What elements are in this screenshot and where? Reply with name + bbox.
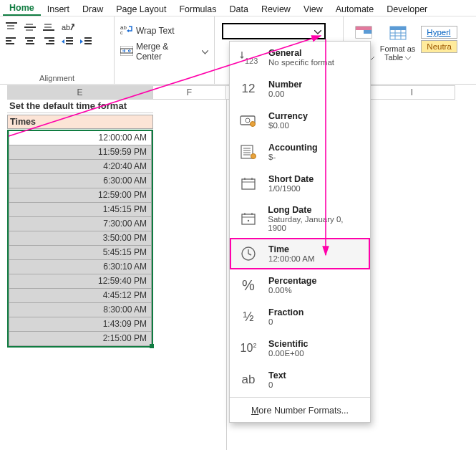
wrap-text-button[interactable]: abc Wrap Text xyxy=(120,21,208,37)
dd-label: Currency xyxy=(268,111,308,121)
dd-percentage[interactable]: % Percentage0.00% xyxy=(230,269,370,301)
dd-long-date[interactable]: Long DateSaturday, January 0, 1900 xyxy=(230,199,370,238)
fill-handle[interactable] xyxy=(150,344,154,348)
number-icon: 12 xyxy=(238,79,258,99)
col-header-i[interactable]: I xyxy=(369,85,455,100)
svg-rect-12 xyxy=(6,43,14,44)
svg-text:c: c xyxy=(120,30,123,35)
scientific-icon: 102 xyxy=(238,338,258,358)
chevron-down-icon xyxy=(202,47,208,57)
decrease-indent-icon[interactable] xyxy=(62,37,73,49)
svg-rect-17 xyxy=(49,40,54,42)
data-cell[interactable]: 5:45:15 PM xyxy=(9,246,152,260)
svg-point-58 xyxy=(247,220,248,221)
number-format-combo[interactable] xyxy=(222,23,326,39)
format-as-table-button[interactable]: Format as Table xyxy=(380,24,416,62)
dd-label: Short Date xyxy=(268,174,314,184)
dd-currency[interactable]: Currency$0.00 xyxy=(230,105,370,136)
data-cell[interactable]: 11:59:59 PM xyxy=(9,145,152,160)
data-cell[interactable]: 12:00:00 AM xyxy=(9,131,152,145)
data-selection[interactable]: 12:00:00 AM 11:59:59 PM 4:20:40 AM 6:30:… xyxy=(7,130,153,348)
align-left-icon[interactable] xyxy=(6,37,17,49)
tab-data[interactable]: Data xyxy=(223,3,254,16)
svg-rect-30 xyxy=(356,27,371,30)
dd-time[interactable]: Time12:00:00 AM xyxy=(230,238,370,269)
dd-sub: 0 xyxy=(268,380,286,389)
cell-style-hyperlink[interactable]: Hyperl xyxy=(421,26,457,39)
dd-label: Accounting xyxy=(268,143,318,153)
svg-text:123: 123 xyxy=(245,57,258,65)
wrap-text-label: Wrap Text xyxy=(136,26,175,36)
svg-rect-24 xyxy=(84,43,92,44)
dd-fraction[interactable]: ½ Fraction0 xyxy=(230,301,370,332)
data-cell[interactable]: 7:30:00 AM xyxy=(9,217,152,231)
svg-point-42 xyxy=(246,118,250,123)
svg-rect-5 xyxy=(26,29,33,31)
data-cell[interactable]: 3:50:00 PM xyxy=(9,231,152,246)
tab-automate[interactable]: Automate xyxy=(329,3,381,16)
dd-label: Long Date xyxy=(268,205,361,215)
dd-sub: 1/0/1900 xyxy=(268,184,314,193)
dd-label: Number xyxy=(268,80,302,90)
svg-rect-50 xyxy=(242,179,255,189)
data-cell[interactable]: 12:59:00 PM xyxy=(9,188,152,203)
align-bottom-icon[interactable] xyxy=(43,22,54,32)
dd-more-formats[interactable]: More Number Formats... xyxy=(230,399,370,422)
data-cell[interactable]: 4:45:12 PM xyxy=(9,289,152,303)
svg-rect-4 xyxy=(24,27,36,28)
orientation-icon[interactable]: ab xyxy=(62,22,76,32)
col-header-e[interactable]: E xyxy=(7,85,153,100)
data-cell[interactable]: 8:30:00 AM xyxy=(9,303,152,317)
short-date-icon xyxy=(238,173,258,193)
data-cell[interactable]: 1:43:09 PM xyxy=(9,317,152,332)
align-right-icon[interactable] xyxy=(43,37,54,49)
title-cell[interactable]: Set the default time format xyxy=(7,99,153,113)
currency-icon xyxy=(238,110,258,130)
header-cell[interactable]: Times xyxy=(7,115,153,129)
svg-rect-21 xyxy=(66,43,73,44)
tab-review[interactable]: Review xyxy=(255,3,297,16)
dd-label: General xyxy=(268,48,334,58)
dd-label: Scientific xyxy=(268,339,309,349)
tab-view[interactable]: View xyxy=(297,3,329,16)
percentage-icon: % xyxy=(238,275,258,295)
tab-formulas[interactable]: Formulas xyxy=(173,3,223,16)
tab-insert[interactable]: Insert xyxy=(41,3,76,16)
dd-sub: 0 xyxy=(268,317,303,326)
cell-style-neutral[interactable]: Neutra xyxy=(421,40,457,53)
col-header-f[interactable]: F xyxy=(153,85,226,100)
tab-draw[interactable]: Draw xyxy=(76,3,110,16)
dd-general[interactable]: 123 GeneralNo specific format xyxy=(230,42,370,73)
data-cell[interactable]: 2:15:00 PM xyxy=(9,332,152,346)
text-icon: ab xyxy=(238,370,258,390)
dd-scientific[interactable]: 102 Scientific0.00E+00 xyxy=(230,332,370,364)
dd-sub: No specific format xyxy=(268,58,334,67)
svg-point-43 xyxy=(251,122,256,127)
merge-center-button[interactable]: Merge & Center xyxy=(120,42,208,62)
data-cell[interactable]: 4:20:40 AM xyxy=(9,160,152,174)
data-cell[interactable]: 12:59:40 PM xyxy=(9,274,152,289)
data-cell[interactable]: 6:30:00 AM xyxy=(9,174,152,188)
dd-accounting[interactable]: Accounting$- xyxy=(230,136,370,168)
dd-label: Fraction xyxy=(268,307,303,317)
data-cell[interactable]: 1:45:15 PM xyxy=(9,203,152,217)
dd-text[interactable]: ab Text0 xyxy=(230,364,370,396)
align-top-icon[interactable] xyxy=(6,22,17,32)
dd-short-date[interactable]: Short Date1/0/1900 xyxy=(230,168,370,199)
svg-rect-22 xyxy=(84,37,92,39)
tab-home[interactable]: Home xyxy=(3,1,41,16)
align-middle-icon[interactable] xyxy=(24,22,36,32)
align-center-icon[interactable] xyxy=(24,37,36,49)
increase-indent-icon[interactable] xyxy=(80,37,92,49)
svg-rect-2 xyxy=(7,28,14,29)
tab-developer[interactable]: Developer xyxy=(380,3,434,16)
svg-rect-16 xyxy=(44,37,54,39)
data-cell[interactable]: 6:30:10 AM xyxy=(9,260,152,274)
tab-page-layout[interactable]: Page Layout xyxy=(110,3,173,16)
gridline xyxy=(226,99,227,450)
alignment-group: ab Alignment xyxy=(0,16,115,84)
dd-number[interactable]: 12 Number0.00 xyxy=(230,73,370,105)
format-table-label: Format as Table xyxy=(380,44,416,62)
wrap-text-icon: abc xyxy=(120,24,133,37)
dd-sub: 0.00 xyxy=(268,90,302,98)
